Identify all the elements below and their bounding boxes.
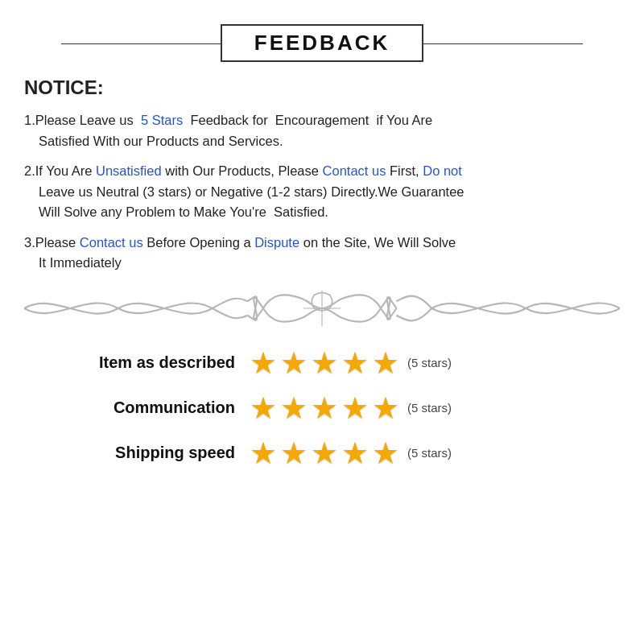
rating-row-shipping: Shipping speed ★ ★ ★ ★ ★ (5 stars): [40, 438, 620, 469]
notice-item-2-line2: Leave us Neutral (3 stars) or Negative (…: [24, 182, 620, 203]
star-s2: ★: [280, 438, 308, 469]
notice-item-2-text: 2.If You Are Unsatisfied with Our Produc…: [24, 163, 462, 178]
notice-5stars: 5 Stars: [141, 113, 183, 127]
star-s3: ★: [311, 438, 338, 469]
rating-label-communication: Communication: [40, 398, 250, 417]
star-c5: ★: [372, 393, 399, 423]
notice-dispute: Dispute: [254, 235, 299, 250]
stars-communication: ★ ★ ★ ★ ★ (5 stars): [250, 393, 452, 423]
notice-item-2-line3: Will Solve any Problem to Make You're Sa…: [24, 202, 620, 223]
star-c2: ★: [280, 393, 308, 423]
feedback-box: FEEDBACK: [221, 24, 423, 62]
star-count-item: (5 stars): [407, 356, 452, 369]
star-s5: ★: [372, 438, 399, 469]
ratings-section: Item as described ★ ★ ★ ★ ★ (5 stars) Co…: [24, 348, 620, 469]
notice-title: NOTICE:: [24, 76, 620, 99]
notice-contact-1: Contact us: [323, 163, 386, 178]
star-s4: ★: [341, 438, 369, 469]
star-c4: ★: [341, 393, 369, 423]
divider-svg: [24, 287, 620, 331]
star-4: ★: [341, 348, 369, 378]
stars-shipping: ★ ★ ★ ★ ★ (5 stars): [250, 438, 452, 469]
rating-row-item: Item as described ★ ★ ★ ★ ★ (5 stars): [40, 348, 620, 378]
decorative-divider: [24, 285, 620, 333]
star-c1: ★: [250, 393, 277, 423]
notice-item-1: 1.Please Leave us 5 Stars Feedback for E…: [24, 110, 620, 151]
star-3: ★: [311, 348, 338, 378]
star-count-shipping: (5 stars): [407, 446, 452, 460]
star-c3: ★: [311, 393, 338, 423]
rating-label-item: Item as described: [40, 353, 250, 372]
notice-item-1-text: 1.Please Leave us 5 Stars Feedback for E…: [24, 113, 432, 127]
notice-item-3-line2: It Immediately: [24, 253, 620, 274]
stars-item: ★ ★ ★ ★ ★ (5 stars): [250, 348, 452, 378]
notice-item-1-line2: Satisfied With our Products and Services…: [24, 131, 620, 152]
rating-label-shipping: Shipping speed: [40, 444, 250, 462]
star-1: ★: [250, 348, 277, 378]
notice-item-2: 2.If You Are Unsatisfied with Our Produc…: [24, 161, 620, 223]
notice-item-3-text: 3.Please Contact us Before Opening a Dis…: [24, 235, 456, 250]
notice-unsatisfied: Unsatisfied: [96, 163, 162, 178]
rating-row-communication: Communication ★ ★ ★ ★ ★ (5 stars): [40, 393, 620, 423]
notice-item-3: 3.Please Contact us Before Opening a Dis…: [24, 233, 620, 274]
feedback-header: FEEDBACK: [24, 24, 620, 62]
star-count-communication: (5 stars): [407, 401, 452, 415]
star-2: ★: [280, 348, 308, 378]
notice-contact-2: Contact us: [80, 235, 143, 250]
notice-list: 1.Please Leave us 5 Stars Feedback for E…: [24, 110, 620, 274]
star-s1: ★: [250, 438, 277, 469]
feedback-title: FEEDBACK: [254, 31, 390, 55]
page: FEEDBACK NOTICE: 1.Please Leave us 5 Sta…: [0, 0, 644, 644]
star-5: ★: [372, 348, 399, 378]
notice-donot: Do not: [423, 163, 462, 178]
